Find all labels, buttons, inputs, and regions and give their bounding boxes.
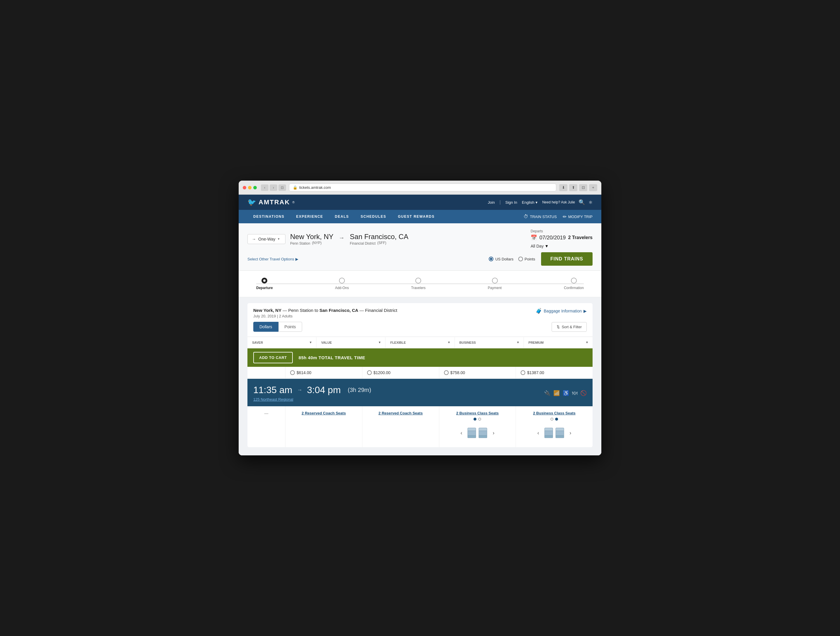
address-bar[interactable]: 🔒 tickets.amtrak.com <box>289 184 556 191</box>
modify-trip-action[interactable]: ✏ MODIFY TRIP <box>563 214 592 219</box>
tab-buttons: Dollars Points <box>253 322 302 332</box>
svg-rect-1 <box>468 428 476 431</box>
train-name-link[interactable]: 125 Northeast Regional <box>253 397 371 401</box>
nav-deals[interactable]: DEALS <box>329 210 355 223</box>
seat-next-button-1[interactable]: › <box>491 430 496 436</box>
one-way-arrow-icon: → <box>252 237 256 241</box>
category-premium-label: PREMIUM <box>529 341 544 344</box>
business-2-title[interactable]: 2 Business Class Seats <box>533 411 576 415</box>
download-button[interactable]: ⬇ <box>559 184 567 191</box>
travel-options-link[interactable]: Select Other Travel Options ▶ <box>248 257 298 261</box>
seat-option-business-1: 2 Business Class Seats ‹ <box>439 406 516 447</box>
seat-prev-button-1[interactable]: ‹ <box>459 430 463 436</box>
add-to-cart-button[interactable]: ADD TO CART <box>253 352 293 363</box>
baggage-information-link[interactable]: 🧳 Baggage Information ▶ <box>535 308 587 314</box>
lock-icon: 🔒 <box>293 185 297 190</box>
svg-rect-0 <box>468 430 476 436</box>
train-status-action[interactable]: ⏱ TRAIN STATUS <box>524 214 557 219</box>
usd-radio-circle <box>489 257 493 261</box>
origin-section: New York, NY Penn Station (NYP) <box>290 233 333 246</box>
price-radio-saver[interactable] <box>290 370 295 375</box>
route-to-label: to <box>315 308 320 313</box>
origin-city[interactable]: New York, NY <box>290 233 333 241</box>
nav-links: DESTINATIONS EXPERIENCE DEALS SCHEDULES … <box>248 210 441 223</box>
price-cell-value[interactable]: $1200.00 <box>362 367 439 378</box>
nav-destinations[interactable]: DESTINATIONS <box>248 210 290 223</box>
price-radio-premium[interactable] <box>521 370 525 375</box>
tab-points[interactable]: Points <box>278 322 302 332</box>
sign-in-link[interactable]: Sign In <box>505 200 517 205</box>
usd-radio-dot <box>490 258 492 260</box>
nav-schedules[interactable]: SCHEDULES <box>355 210 392 223</box>
price-radio-value[interactable] <box>367 370 372 375</box>
business-chevron-icon: ▾ <box>517 340 519 344</box>
premium-chevron-icon: ▾ <box>586 340 588 344</box>
destination-city[interactable]: San Francisco, CA <box>350 233 408 241</box>
coach-1-title[interactable]: 2 Reserved Coach Seats <box>302 411 346 415</box>
price-cell-flexible[interactable]: $758.00 <box>439 367 516 378</box>
sort-filter-button[interactable]: ⇅ Sort & Filter <box>552 322 587 332</box>
route-dash-2: — <box>360 308 365 313</box>
seat-dots-business-1 <box>474 418 481 420</box>
nav-guest-rewards[interactable]: GUEST REWARDS <box>392 210 441 223</box>
trip-type-selector[interactable]: → One-Way ▾ <box>248 234 286 244</box>
language-selector[interactable]: English ▾ <box>522 200 538 205</box>
step-label-confirmation: Confirmation <box>564 286 584 290</box>
step-payment: Payment <box>488 278 502 290</box>
step-label-addons: Add-Ons <box>335 286 349 290</box>
trip-date: July 20, 2019 <box>253 314 276 318</box>
share-button[interactable]: ⬆ <box>569 184 577 191</box>
seat-option-business-2: 2 Business Class Seats ‹ <box>516 406 592 447</box>
maximize-dot[interactable] <box>253 186 257 189</box>
find-trains-button[interactable]: FIND TRAINS <box>541 252 592 266</box>
add-tab-button[interactable]: + <box>589 184 597 191</box>
train-status-label: TRAIN STATUS <box>530 214 557 219</box>
category-business[interactable]: BUSINESS ▾ <box>455 337 524 348</box>
price-cell-saver[interactable]: $614.00 <box>286 367 362 378</box>
route-header-area: New York, NY — Penn Station to San Franc… <box>253 308 587 318</box>
origin-station-row: Penn Station (NYP) <box>290 241 333 246</box>
join-link[interactable]: Join <box>488 200 495 205</box>
step-confirmation: Confirmation <box>564 278 584 290</box>
route-dash-1: — <box>283 308 288 313</box>
new-tab-button[interactable]: ⊡ <box>579 184 587 191</box>
train-time-info: 11:35 am → 3:04 pm (3h 29m) 125 Northeas… <box>253 385 371 401</box>
seat-nav-business-1: ‹ <box>444 424 511 442</box>
price-radio-flexible[interactable] <box>444 370 448 375</box>
seat-prev-button-2[interactable]: ‹ <box>536 430 540 436</box>
value-chevron-icon: ▾ <box>379 340 381 344</box>
nav-bar: DESTINATIONS EXPERIENCE DEALS SCHEDULES … <box>238 210 602 223</box>
tab-dollars[interactable]: Dollars <box>253 322 278 332</box>
points-radio-option[interactable]: Points <box>518 257 535 261</box>
travelers-count[interactable]: 2 Travelers <box>568 235 592 240</box>
business-1-title[interactable]: 2 Business Class Seats <box>456 411 499 415</box>
price-cell-premium[interactable]: $1387.00 <box>516 367 592 378</box>
split-view-button[interactable]: ⊡ <box>278 184 286 191</box>
minimize-dot[interactable] <box>248 186 251 189</box>
browser-dots <box>243 186 257 189</box>
nav-experience[interactable]: EXPERIENCE <box>290 210 329 223</box>
results-section: New York, NY — Penn Station to San Franc… <box>238 297 602 455</box>
seat-dot-empty-2 <box>551 418 553 420</box>
category-saver[interactable]: SAVER ▾ <box>248 337 316 348</box>
seat-image-business-2 <box>543 424 566 442</box>
back-button[interactable]: ‹ <box>261 184 268 191</box>
route-to-station: Financial District <box>365 308 397 313</box>
category-premium[interactable]: PREMIUM ▾ <box>524 337 592 348</box>
depart-date[interactable]: 07/20/2019 <box>539 235 566 241</box>
category-value[interactable]: VALUE ▾ <box>316 337 385 348</box>
origin-station-name: Penn Station <box>290 241 310 246</box>
coach-2-title[interactable]: 2 Reserved Coach Seats <box>379 411 423 415</box>
usd-radio-option[interactable]: US Dollars <box>489 257 513 261</box>
seat-option-coach-1: 2 Reserved Coach Seats <box>286 406 362 447</box>
forward-button[interactable]: › <box>270 184 277 191</box>
search-button[interactable]: 🔍 <box>578 199 585 205</box>
baggage-chevron-icon: ▶ <box>584 309 587 313</box>
close-dot[interactable] <box>243 186 246 189</box>
chevron-right-icon: ▶ <box>295 257 298 261</box>
seat-next-button-2[interactable]: › <box>568 430 572 436</box>
category-flexible[interactable]: FLEXIBLE ▾ <box>385 337 455 348</box>
currency-options: US Dollars Points <box>489 257 535 261</box>
share-network-button[interactable]: ⚛ <box>589 200 592 205</box>
step-circle-travelers <box>415 278 421 283</box>
